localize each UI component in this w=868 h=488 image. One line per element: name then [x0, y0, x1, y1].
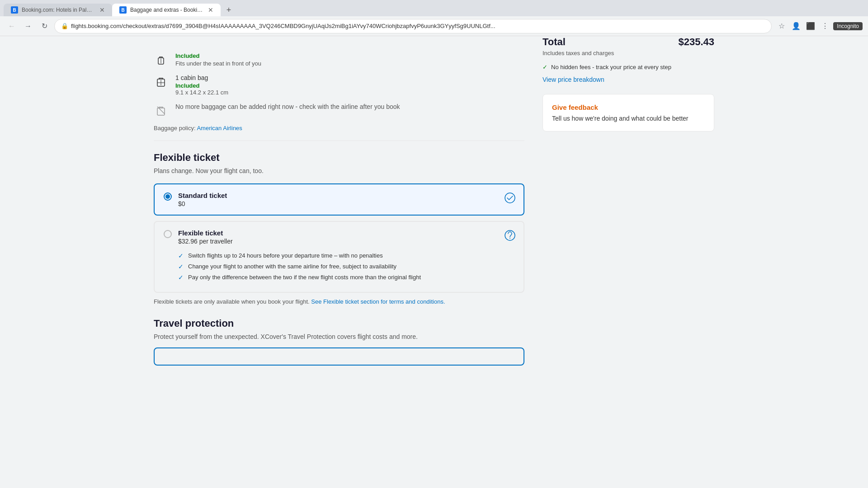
profile-icon[interactable]: 👤 [790, 20, 802, 33]
no-baggage-row: No more baggage can be added right now -… [154, 103, 524, 117]
incognito-badge: Incognito [833, 22, 863, 30]
flexible-ticket-radio[interactable] [164, 230, 172, 238]
flexible-ticket-content: Flexible ticket $32.96 per traveller ✓ S… [178, 229, 514, 285]
forward-button[interactable]: → [22, 20, 34, 33]
new-tab-button[interactable]: + [222, 4, 235, 16]
feedback-card[interactable]: Give feedback Tell us how we're doing an… [542, 94, 714, 131]
no-bag-icon [154, 103, 168, 117]
main-content: Included Fits under the seat in front of… [154, 36, 524, 384]
feature-2: ✓ Change your flight to another with the… [178, 263, 514, 270]
cabin-bag-name: 1 cabin bag [175, 74, 524, 81]
browser-tab-1[interactable]: B Booking.com: Hotels in Palm Sp... ✕ [4, 4, 112, 16]
bookmark-icon[interactable]: ☆ [775, 20, 788, 33]
cabin-bag-details: 1 cabin bag Included 9.1 x 14.2 x 22.1 c… [175, 74, 524, 96]
cabin-bag-size: 9.1 x 14.2 x 22.1 cm [175, 89, 524, 96]
total-amount: $235.43 [678, 36, 714, 48]
svg-rect-5 [157, 108, 165, 115]
flexible-ticket-price: $32.96 per traveller [178, 238, 514, 245]
fits-text: Fits under the seat in front of you [175, 60, 524, 67]
flexible-ticket-terms: Flexible tickets are only available when… [154, 298, 524, 305]
svg-point-7 [505, 193, 515, 203]
page-content: Included Fits under the seat in front of… [118, 36, 750, 384]
back-button[interactable]: ← [5, 20, 18, 33]
check-icon-3: ✓ [178, 274, 184, 281]
flexible-ticket-option[interactable]: Flexible ticket $32.96 per traveller ✓ S… [154, 221, 524, 293]
toolbar-actions: ☆ 👤 ⬛ ⋮ Incognito [775, 20, 863, 33]
flexible-ticket-subtitle: Plans change. Now your flight can, too. [154, 167, 524, 174]
flexible-ticket-section: Flexible ticket Plans change. Now your f… [154, 152, 524, 305]
tab-title-1: Booking.com: Hotels in Palm Sp... [22, 7, 96, 13]
flexible-ticket-title: Flexible ticket [154, 152, 524, 164]
feature-1: ✓ Switch flights up to 24 hours before y… [178, 252, 514, 259]
sidebar: Total $235.43 Includes taxes and charges… [542, 36, 714, 384]
check-icon-1: ✓ [178, 252, 184, 259]
cabin-bag-icon [154, 74, 168, 89]
baggage-policy: Baggage policy: American Airlines [154, 125, 524, 131]
more-options-icon[interactable]: ⋮ [819, 20, 831, 33]
checkmark-icon: ✓ [542, 64, 547, 70]
travel-protection-title: Travel protection [154, 318, 524, 329]
extensions-icon[interactable]: ⬛ [804, 20, 817, 33]
feature-3-text: Pay only the difference between the two … [188, 274, 421, 281]
view-breakdown-link[interactable]: View price breakdown [542, 76, 714, 83]
standard-ticket-price: $0 [178, 200, 514, 207]
no-hidden-fees-text: No hidden fees - track your price at eve… [551, 64, 671, 70]
baggage-policy-prefix: Baggage policy: [154, 125, 196, 131]
travel-protection-subtitle: Protect yourself from the unexpected. XC… [154, 333, 524, 340]
check-icon-2: ✓ [178, 263, 184, 270]
total-row: Total $235.43 [542, 36, 714, 48]
travel-protection-section: Travel protection Protect yourself from … [154, 318, 524, 366]
address-bar[interactable]: 🔒 flights.booking.com/checkout/extras/d7… [54, 19, 772, 33]
taxes-text: Includes taxes and charges [542, 50, 714, 56]
personal-item-details: Included Fits under the seat in front of… [175, 52, 524, 67]
total-label: Total [542, 36, 566, 48]
standard-ticket-content: Standard ticket $0 [178, 192, 514, 207]
terms-link[interactable]: See Flexible ticket section for terms an… [311, 298, 445, 305]
included-label: Included [175, 52, 524, 59]
sidebar-total: Total $235.43 Includes taxes and charges… [542, 36, 714, 131]
no-hidden-fees: ✓ No hidden fees - track your price at e… [542, 64, 714, 70]
feature-3: ✓ Pay only the difference between the tw… [178, 274, 514, 281]
flexible-ticket-features: ✓ Switch flights up to 24 hours before y… [178, 252, 514, 281]
tab-favicon-1: B [11, 6, 18, 14]
baggage-policy-link[interactable]: American Airlines [197, 125, 242, 131]
feature-1-text: Switch flights up to 24 hours before you… [188, 252, 383, 259]
browser-frame: B Booking.com: Hotels in Palm Sp... ✕ B … [0, 0, 868, 488]
tab-close-2[interactable]: ✕ [208, 6, 213, 14]
feedback-title: Give feedback [552, 103, 705, 111]
cabin-bag-row: 1 cabin bag Included 9.1 x 14.2 x 22.1 c… [154, 74, 524, 96]
flexible-ticket-name: Flexible ticket [178, 229, 514, 237]
tab-title-2: Baggage and extras - Booking... [130, 7, 204, 13]
reload-button[interactable]: ↻ [38, 20, 51, 33]
tab-favicon-2: B [119, 6, 127, 14]
no-baggage-text: No more baggage can be added right now -… [175, 103, 400, 110]
feature-2-text: Change your flight to another with the s… [188, 263, 396, 270]
bag-icon [154, 52, 168, 67]
standard-ticket-option[interactable]: Standard ticket $0 [154, 183, 524, 216]
standard-ticket-name: Standard ticket [178, 192, 514, 199]
baggage-section: Included Fits under the seat in front of… [154, 36, 524, 141]
address-text: flights.booking.com/checkout/extras/d769… [71, 23, 765, 29]
browser-tabs: B Booking.com: Hotels in Palm Sp... ✕ B … [4, 0, 235, 16]
svg-point-9 [509, 238, 510, 239]
travel-protection-card [154, 347, 524, 366]
personal-item-row: Included Fits under the seat in front of… [154, 52, 524, 67]
browser-toolbar: ← → ↻ 🔒 flights.booking.com/checkout/ext… [0, 16, 868, 36]
browser-titlebar: B Booking.com: Hotels in Palm Sp... ✕ B … [0, 0, 868, 16]
terms-prefix: Flexible tickets are only available when… [154, 298, 310, 305]
standard-ticket-radio[interactable] [164, 192, 172, 201]
standard-ticket-icon [504, 192, 516, 204]
flexible-ticket-info-icon [504, 229, 516, 242]
lock-icon: 🔒 [61, 23, 68, 29]
feedback-text: Tell us how we're doing and what could b… [552, 115, 705, 122]
tab-close-1[interactable]: ✕ [99, 6, 105, 14]
browser-tab-2[interactable]: B Baggage and extras - Booking... ✕ [112, 4, 221, 16]
cabin-bag-included: Included [175, 82, 524, 89]
